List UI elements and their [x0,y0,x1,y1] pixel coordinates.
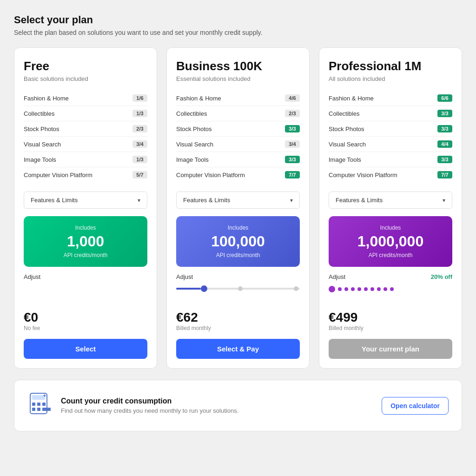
feature-badge: 4/6 [285,94,300,102]
banner-title: Count your credit consumption [61,397,372,405]
svg-rect-3 [37,403,40,406]
dropdown-label: Features & Limits [336,197,383,204]
feature-label: Image Tools [329,156,361,163]
feature-row: Fashion & Home4/6 [176,91,300,106]
features-limits-dropdown-free[interactable]: Features & Limits▾ [24,192,147,209]
feature-label: Computer Vision Platform [176,172,245,178]
feature-list-free: Fashion & Home1/6Collectibles1/3Stock Ph… [24,91,147,182]
banner-text: Count your credit consumption Find out h… [61,397,372,414]
dot-option[interactable] [344,287,348,291]
adjust-label: Adjust [176,273,193,280]
no-slider-spacer [24,284,147,303]
price-note: No fee [24,325,147,331]
price-amount: €0 [24,310,147,325]
plans-grid: FreeBasic solutions includedFashion & Ho… [14,47,462,369]
feature-badge: 7/7 [285,171,300,178]
feature-label: Fashion & Home [24,95,69,102]
dots-row-pro[interactable] [329,284,452,294]
feature-label: Image Tools [176,156,209,163]
slider-thumb[interactable] [201,285,207,292]
credits-box-free: Includes1,000API credits/month [24,216,147,267]
svg-rect-6 [37,408,40,411]
feature-badge: 3/4 [132,140,147,148]
dot-option[interactable] [338,287,342,291]
credits-label: Includes [336,225,445,231]
plan-subtitle-free: Basic solutions included [24,75,147,82]
feature-badge: 3/3 [285,156,300,163]
feature-label: Computer Vision Platform [329,172,397,178]
feature-row: Stock Photos3/3 [329,121,452,137]
feature-row: Image Tools1/3 [24,152,147,167]
feature-row: Collectibles2/3 [176,106,300,121]
feature-row: Collectibles3/3 [329,106,452,121]
price-section-pro: €499Billed monthly [329,303,452,339]
banner-subtitle: Find out how many credits you need month… [61,407,372,414]
feature-row: Fashion & Home6/6 [329,91,452,106]
dot-option[interactable] [370,287,374,291]
feature-badge: 5/7 [132,171,147,178]
credits-unit: API credits/month [31,252,140,258]
page-title: Select your plan [14,14,462,26]
plan-name-free: Free [24,59,147,73]
feature-row: Image Tools3/3 [176,152,300,167]
select-button-business[interactable]: Select & Pay [176,339,300,359]
svg-rect-5 [32,408,35,411]
feature-row: Stock Photos2/3 [24,121,147,137]
page-subtitle: Select the plan based on solutions you w… [14,29,462,36]
chevron-down-icon: ▾ [443,197,445,204]
svg-rect-4 [42,403,46,406]
feature-label: Visual Search [329,141,366,148]
dot-option[interactable] [377,287,381,291]
feature-label: Visual Search [24,141,61,148]
dot-option[interactable] [390,287,394,291]
select-button-pro[interactable]: Your current plan [329,339,452,359]
feature-row: Stock Photos3/3 [176,121,300,137]
open-calculator-button[interactable]: Open calculator [382,397,449,415]
feature-row: Computer Vision Platform7/7 [329,167,452,182]
dot-option[interactable] [357,287,361,291]
page-container: Select your plan Select the plan based o… [14,14,462,431]
feature-badge: 3/3 [437,110,452,117]
dot-option[interactable] [364,287,368,291]
credits-unit: API credits/month [184,252,292,258]
credits-label: Includes [31,225,140,231]
plan-subtitle-pro: All solutions included [329,75,452,82]
dot-option[interactable] [383,287,387,291]
feature-row: Image Tools3/3 [329,152,452,167]
feature-list-business: Fashion & Home4/6Collectibles2/3Stock Ph… [176,91,300,182]
credits-amount: 100,000 [184,233,292,250]
plan-card-business: Business 100KEssential solutions include… [166,47,310,369]
dot-selected[interactable] [329,286,335,292]
adjust-row-pro: Adjust20% off [329,273,452,280]
feature-row: Fashion & Home1/6 [24,91,147,106]
credits-box-business: Includes100,000API credits/month [176,216,300,267]
feature-badge: 1/3 [132,110,147,117]
credits-label: Includes [184,225,292,231]
feature-badge: 6/6 [437,94,452,102]
dropdown-label: Features & Limits [183,197,230,204]
select-button-free[interactable]: Select [24,339,147,359]
chevron-down-icon: ▾ [138,197,140,204]
adjust-label: Adjust [329,273,345,280]
features-limits-dropdown-business[interactable]: Features & Limits▾ [176,192,300,209]
price-amount: €62 [176,310,300,325]
feature-list-pro: Fashion & Home6/6Collectibles3/3Stock Ph… [329,91,452,182]
feature-row: Computer Vision Platform7/7 [176,167,300,182]
svg-rect-1 [32,395,45,400]
feature-label: Fashion & Home [329,95,374,102]
feature-badge: 1/3 [132,156,147,163]
feature-label: Computer Vision Platform [24,172,93,178]
feature-badge: 3/3 [285,125,300,132]
feature-row: Visual Search3/4 [24,137,147,152]
dot-option[interactable] [351,287,355,291]
plan-card-free: FreeBasic solutions includedFashion & Ho… [14,47,157,369]
feature-badge: 3/3 [437,156,452,163]
features-limits-dropdown-pro[interactable]: Features & Limits▾ [329,192,452,209]
feature-badge: 3/3 [437,125,452,132]
feature-row: Computer Vision Platform5/7 [24,167,147,182]
feature-label: Image Tools [24,156,56,163]
slider-business[interactable] [176,284,300,293]
credits-amount: 1,000,000 [336,233,445,250]
slider-marker [238,286,243,291]
feature-badge: 2/3 [285,110,300,117]
